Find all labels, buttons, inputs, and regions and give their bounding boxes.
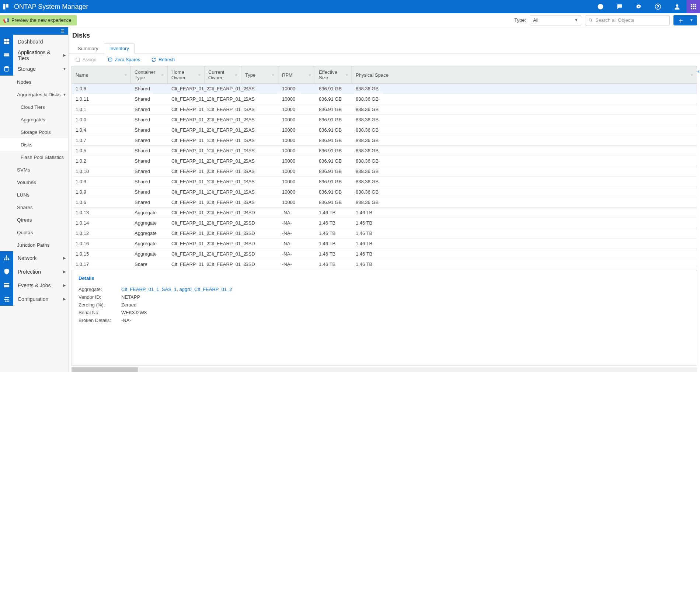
column-header-physical-space[interactable]: Physical Space≡ <box>352 66 697 83</box>
chat-icon[interactable] <box>610 0 629 13</box>
column-header-home-owner[interactable]: Home Owner≡ <box>168 66 205 83</box>
table-row[interactable]: 1.0.2SharedClt_FEARP_01_2Clt_FEARP_01_2S… <box>72 156 697 166</box>
sidebar-item-quotas[interactable]: Quotas <box>0 226 68 239</box>
help-icon[interactable]: ? <box>648 0 668 13</box>
cell-phys: 838.36 GB <box>352 135 697 145</box>
table-row[interactable]: 1.0.15AggregateClt_FEARP_01_2Clt_FEARP_0… <box>72 249 697 259</box>
table-row[interactable]: 1.0.1SharedClt_FEARP_01_1Clt_FEARP_01_1S… <box>72 104 697 115</box>
cell-type: SSD <box>241 218 278 228</box>
cell-current: Clt_FEARP_01_2 <box>205 249 241 259</box>
table-row[interactable]: 1.0.12AggregateClt_FEARP_01_2Clt_FEARP_0… <box>72 228 697 239</box>
compass-icon[interactable] <box>591 0 610 13</box>
cell-rpm: 10000 <box>278 115 315 125</box>
cell-container: Shared <box>131 104 168 114</box>
table-row[interactable]: 1.0.9SharedClt_FEARP_01_1Clt_FEARP_01_1S… <box>72 187 697 197</box>
column-settings-button[interactable] <box>696 66 700 77</box>
filter-icon[interactable]: ≡ <box>125 73 127 77</box>
type-select[interactable]: All ▼ <box>530 15 581 25</box>
table-row[interactable]: 1.0.0SharedClt_FEARP_01_2Clt_FEARP_01_2S… <box>72 115 697 125</box>
sidebar-item-dashboard[interactable]: Dashboard <box>0 35 68 48</box>
sidebar-item-events-jobs[interactable]: Events & Jobs▶ <box>0 278 68 292</box>
sidebar-item-junction-paths[interactable]: Junction Paths <box>0 239 68 251</box>
sidebar-item-shares[interactable]: Shares <box>0 201 68 214</box>
sidebar-item-label: Aggregates & Disks <box>17 92 61 97</box>
table-row[interactable]: 1.0.11SharedClt_FEARP_01_1Clt_FEARP_01_1… <box>72 94 697 104</box>
cell-type: SAS <box>241 104 278 114</box>
cell-type: SAS <box>241 84 278 94</box>
sidebar-item-protection[interactable]: Protection▶ <box>0 265 68 278</box>
sidebar-item-nodes[interactable]: Nodes <box>0 76 68 88</box>
filter-icon[interactable]: ≡ <box>346 73 348 77</box>
sidebar-item-configuration[interactable]: Configuration▶ <box>0 292 68 306</box>
column-header-type[interactable]: Type≡ <box>241 66 278 83</box>
column-header-rpm[interactable]: RPM≡ <box>278 66 315 83</box>
sidebar-item-luns[interactable]: LUNs <box>0 188 68 201</box>
user-icon[interactable] <box>668 0 687 13</box>
table-row[interactable]: 1.0.7SharedClt_FEARP_01_1Clt_FEARP_01_1S… <box>72 135 697 146</box>
sidebar-item-volumes[interactable]: Volumes <box>0 176 68 188</box>
svg-point-26 <box>6 259 7 260</box>
horizontal-scrollbar[interactable] <box>72 367 697 372</box>
cell-rpm: -NA- <box>278 218 315 228</box>
search-input[interactable] <box>595 17 666 23</box>
table-row[interactable]: 1.0.5SharedClt_FEARP_01_1Clt_FEARP_01_1S… <box>72 146 697 156</box>
sidebar-item-svms[interactable]: SVMs <box>0 163 68 176</box>
zero-spares-button[interactable]: Zero Spares <box>105 56 143 64</box>
table-row[interactable]: 1.0.17SpareClt_FEARP_01_2Clt_FEARP_01_2S… <box>72 259 697 266</box>
scrollbar-thumb[interactable] <box>72 367 138 372</box>
table-row[interactable]: 1.0.13AggregateClt_FEARP_01_2Clt_FEARP_0… <box>72 208 697 218</box>
zero-spares-icon <box>108 57 113 62</box>
sidebar-item-disks[interactable]: Disks <box>0 138 68 151</box>
column-header-name[interactable]: Name≡ <box>72 66 131 83</box>
cell-eff: 836.91 GB <box>315 187 352 197</box>
table-row[interactable]: 1.0.8SharedClt_FEARP_01_2Clt_FEARP_01_2S… <box>72 84 697 94</box>
table-body[interactable]: 1.0.8SharedClt_FEARP_01_2Clt_FEARP_01_2S… <box>72 84 697 266</box>
sidebar-item-cloud-tiers[interactable]: Cloud Tiers <box>0 101 68 113</box>
sidebar-item-applications-tiers[interactable]: Applications & Tiers▶ <box>0 48 68 62</box>
sidebar-item-qtrees[interactable]: Qtrees <box>0 214 68 226</box>
filter-icon[interactable]: ≡ <box>691 73 693 77</box>
filter-icon[interactable]: ≡ <box>198 73 201 77</box>
sidebar-item-flash-pool-statistics[interactable]: Flash Pool Statistics <box>0 151 68 163</box>
preview-banner[interactable]: 📢 Preview the new experience <box>0 15 77 25</box>
cell-phys: 838.36 GB <box>352 187 697 197</box>
tab-summary[interactable]: Summary <box>72 43 104 53</box>
cell-container: Shared <box>131 166 168 176</box>
sidebar-item-label: Nodes <box>17 79 68 85</box>
assign-button[interactable]: Assign <box>72 56 100 64</box>
svg-rect-36 <box>7 301 9 302</box>
sidebar-item-storage-pools[interactable]: Storage Pools <box>0 126 68 138</box>
refresh-button[interactable]: Refresh <box>148 56 178 64</box>
column-header-current-owner[interactable]: Current Owner≡ <box>205 66 241 83</box>
sidebar-item-aggregates-disks[interactable]: Aggregates & Disks▼ <box>0 88 68 101</box>
filter-icon[interactable]: ≡ <box>235 73 237 77</box>
table-row[interactable]: 1.0.16AggregateClt_FEARP_01_2Clt_FEARP_0… <box>72 239 697 249</box>
search-box[interactable] <box>585 15 670 25</box>
table-row[interactable]: 1.0.14AggregateClt_FEARP_01_2Clt_FEARP_0… <box>72 218 697 228</box>
table-row[interactable]: 1.0.4SharedClt_FEARP_01_2Clt_FEARP_01_2S… <box>72 125 697 135</box>
filter-icon[interactable]: ≡ <box>161 73 164 77</box>
filter-icon[interactable]: ≡ <box>272 73 274 77</box>
sidebar-item-aggregates[interactable]: Aggregates <box>0 113 68 126</box>
sidebar-item-network[interactable]: Network▶ <box>0 251 68 265</box>
table-row[interactable]: 1.0.6SharedClt_FEARP_01_2Clt_FEARP_01_2S… <box>72 197 697 208</box>
cell-phys: 838.36 GB <box>352 94 697 104</box>
expand-icon: ▶ <box>61 256 68 260</box>
apps-grid-icon[interactable] <box>687 0 700 13</box>
config-icon <box>0 292 13 306</box>
table-row[interactable]: 1.0.3SharedClt_FEARP_01_1Clt_FEARP_01_1S… <box>72 177 697 187</box>
column-header-effective-size[interactable]: Effective Size≡ <box>315 66 352 83</box>
add-button[interactable]: ＋ ▼ <box>673 15 697 25</box>
filter-icon[interactable]: ≡ <box>309 73 311 77</box>
aggregate-link[interactable]: Clt_FEARP_01_1_SAS_1 <box>121 287 177 292</box>
column-header-container-type[interactable]: Container Type≡ <box>131 66 168 83</box>
gear-icon[interactable] <box>629 0 648 13</box>
aggregate-link[interactable]: aggr0_Clt_FEARP_01_2 <box>180 287 232 292</box>
cell-type: SAS <box>241 156 278 166</box>
cell-eff: 836.91 GB <box>315 125 352 135</box>
svg-point-38 <box>108 58 112 59</box>
table-row[interactable]: 1.0.10SharedClt_FEARP_01_2Clt_FEARP_01_2… <box>72 166 697 177</box>
sidebar-item-storage[interactable]: Storage▼ <box>0 62 68 76</box>
tab-inventory[interactable]: Inventory <box>104 43 135 53</box>
cell-name: 1.0.10 <box>72 166 131 176</box>
